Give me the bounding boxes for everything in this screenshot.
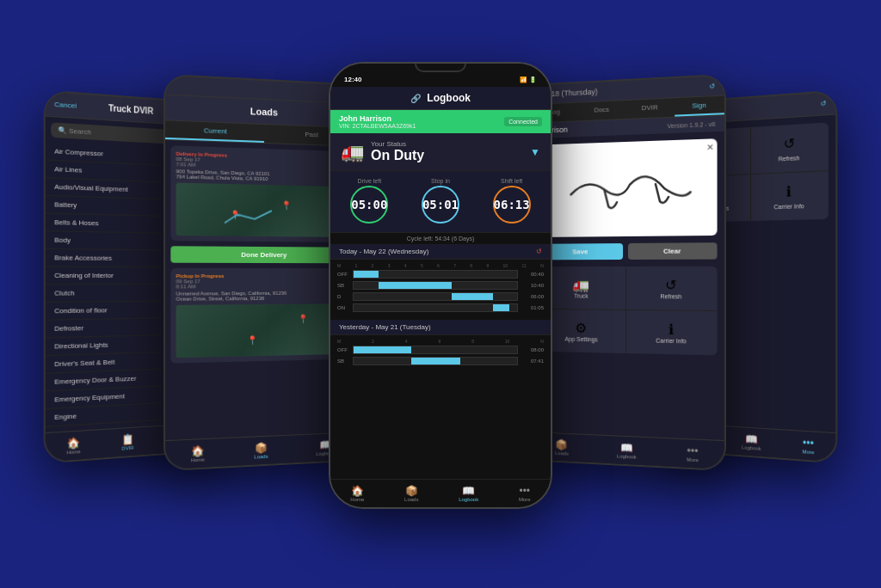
truck-label: Truck [545, 292, 619, 298]
off-row: OFF 00:40 [337, 270, 544, 279]
notch-area [330, 64, 551, 72]
loads-card-1: Delivery In Progress 08 Sep 17 7:01 AM ▶… [170, 145, 353, 242]
settings-label: App Settings [545, 335, 619, 342]
on-value: 01:05 [518, 305, 544, 310]
hour-label: 9 [486, 263, 489, 268]
d-segment [452, 293, 493, 300]
sign-grid: 🚛 Truck ↺ Refresh ⚙ App Settings ℹ Carri… [538, 266, 717, 356]
nav-more-active[interactable]: •••More [802, 437, 814, 455]
status-section: 🚛 Your Status On Duty ▼ [330, 133, 551, 170]
yesterday-chart: M 2 4 6 8 10 N OFF 08:00 SB 07:41 [330, 335, 551, 395]
today-label: Today - May 22 (Wednesday) [339, 248, 428, 255]
nav-home-main[interactable]: 🏠Home [350, 485, 364, 502]
refresh-icon[interactable]: ↺ [709, 82, 715, 90]
nav-logbook-main[interactable]: 📖Logbook [459, 485, 478, 502]
d-bar [353, 292, 518, 301]
nav-loads-sign[interactable]: 📦Loads [555, 438, 569, 456]
on-row: ON 01:05 [337, 303, 544, 312]
y-off-bar [353, 346, 518, 354]
settings-grid-icon: ⚙ [545, 320, 619, 337]
hour-label: 11 [521, 263, 527, 268]
scene: Cancel Truck DVIR 🔍 Search Air Compresso… [53, 45, 828, 543]
carrier-label: Carrier Info [632, 337, 710, 345]
shift-left-label: Shift left [493, 178, 531, 184]
nav-home-loads[interactable]: 🏠Home [191, 444, 205, 462]
driver-vin: VIN: 2CTALBEW5AA3Z69k1 [339, 123, 416, 129]
d-value: 06:00 [518, 294, 544, 299]
truck-icon: 🚛 [341, 141, 364, 163]
done-delivery-button[interactable]: Done Delivery [170, 246, 353, 263]
loads-map-2: 📍 📍 [176, 303, 348, 358]
truck-grid-icon: 🚛 [545, 277, 619, 293]
hour-label: 5 [421, 263, 423, 268]
today-section-title: Today - May 22 (Wednesday) ↺ [330, 244, 551, 260]
carrier-more-icon: ℹ [757, 182, 821, 201]
drive-left-label: Drive left [350, 178, 388, 184]
tab-docs[interactable]: Docs [578, 101, 625, 120]
drive-timer: Drive left 05:00 [350, 178, 388, 225]
cycle-text: Cycle left: 54:34 (6 Days) [330, 233, 551, 244]
hour-label: N [540, 263, 544, 268]
y-off-value: 08:00 [518, 347, 544, 352]
hour-y: 6 [438, 339, 440, 344]
refresh-grid-icon: ↺ [632, 277, 710, 294]
sb-row: SB 10:40 [337, 281, 544, 290]
shift-timer: Shift left 06:13 [493, 178, 531, 225]
driver-bar: John Harrison VIN: 2CTALBEW5AA3Z69k1 Con… [330, 110, 551, 133]
stop-timer-circle: 05:01 [422, 186, 459, 224]
tab-sign[interactable]: Sign [675, 96, 724, 117]
stop-timer: Stop in 05:01 [422, 178, 459, 225]
y-off-label: OFF [337, 347, 353, 352]
y-sb-row: SB 07:41 [337, 357, 544, 365]
sign-version: Version 1.9.2 - v8 [668, 120, 716, 128]
nav-loads-main[interactable]: 📦Loads [404, 485, 418, 502]
grid-refresh[interactable]: ↺ Refresh [625, 266, 717, 310]
status-dropdown-icon[interactable]: ▼ [530, 146, 540, 158]
logbook-header: 🔗 Logbook [330, 87, 551, 110]
nav-home[interactable]: 🏠Home [66, 437, 80, 456]
off-segment [354, 271, 379, 278]
link-icon: 🔗 [410, 94, 421, 103]
hour-y: 10 [505, 339, 510, 344]
dvir-cancel-button[interactable]: Cancel [54, 101, 77, 110]
nav-logbook-sign[interactable]: 📖Logbook [617, 442, 637, 460]
more-icon: ••• [519, 485, 531, 497]
phone-logbook: 12:40 📶 🔋 🔗 Logbook John Harrison VIN: 2… [329, 62, 552, 509]
loads-card-2: Pickup In Progress 09 Sep 17 8:11 AM ▶ U… [170, 268, 353, 364]
home-icon: 🏠 [350, 485, 364, 497]
hour-y: 4 [405, 339, 408, 344]
more-carrier[interactable]: ℹ Carrier Info [750, 171, 828, 221]
driver-name: John Harrison [339, 114, 416, 123]
map-pin-4: 📍 [299, 314, 309, 323]
status-time: 12:40 [344, 76, 361, 83]
yesterday-label: Yesterday - May 21 (Tuesday) [339, 323, 431, 331]
on-label: ON [337, 305, 353, 310]
hour-y: 8 [471, 339, 474, 344]
status-icons: 📶 🔋 [520, 77, 537, 83]
signature-area[interactable]: ✕ [538, 138, 717, 237]
nav-dvir[interactable]: 📋DVIR [121, 433, 134, 451]
close-icon[interactable]: ✕ [706, 142, 713, 152]
nav-logbook-more[interactable]: 📖Logbook [742, 432, 761, 451]
nav-more-sign[interactable]: •••More [687, 444, 699, 462]
nav-more-main[interactable]: •••More [519, 485, 531, 502]
more-refresh[interactable]: ↺ Refresh [750, 122, 828, 174]
hour-label: 6 [437, 263, 440, 268]
clear-button[interactable]: Clear [628, 242, 718, 260]
refresh-more-label: Refresh [757, 154, 821, 163]
tab-current[interactable]: Current [165, 120, 264, 143]
loads-icon: 📦 [404, 485, 418, 497]
pickup-time: 8:11 AM [176, 284, 225, 289]
grid-carrier[interactable]: ℹ Carrier Info [625, 310, 717, 355]
tab-dvir[interactable]: DVIR [625, 98, 675, 119]
shift-timer-circle: 06:13 [493, 186, 531, 224]
y-off-seg [354, 346, 411, 353]
nav-home-label: Home [350, 497, 364, 502]
nav-loads-active[interactable]: 📦Loads [254, 442, 268, 460]
off-value: 00:40 [518, 272, 544, 277]
today-icon: ↺ [536, 248, 542, 255]
shift-left-value: 06:13 [494, 198, 530, 211]
more-refresh-icon[interactable]: ↺ [821, 100, 827, 108]
your-status-label: Your Status [371, 140, 523, 148]
hour-y: M [337, 339, 341, 344]
